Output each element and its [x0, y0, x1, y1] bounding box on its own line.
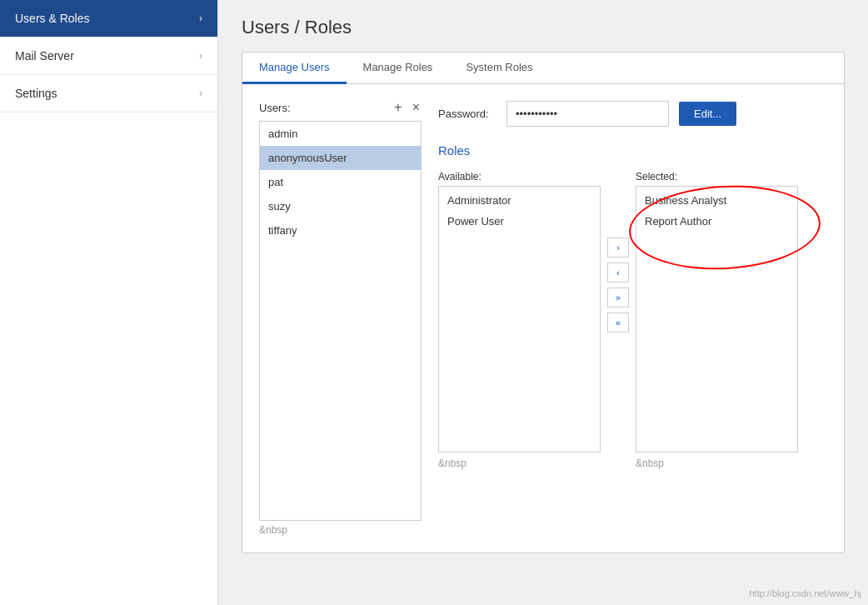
chevron-right-icon: › — [199, 50, 202, 62]
users-label: Users: — [259, 102, 386, 114]
sidebar-item-label-settings: Settings — [15, 87, 57, 100]
selected-roles-wrapper: Selected: Business Analyst Report Author… — [636, 171, 798, 469]
right-panel: Password: Edit... Roles Available: Admin… — [438, 101, 827, 536]
list-item[interactable]: Power User — [439, 211, 600, 232]
chevron-right-icon: › — [199, 88, 202, 99]
move-all-right-button[interactable]: » — [607, 288, 629, 308]
password-row: Password: Edit... — [438, 101, 827, 127]
password-input[interactable] — [506, 101, 669, 127]
move-left-button[interactable]: ‹ — [607, 262, 629, 282]
available-nbsp: &nbsp — [438, 458, 601, 469]
list-item[interactable]: suzy — [260, 194, 421, 218]
remove-user-button[interactable]: × — [411, 101, 422, 114]
page-title: Users / Roles — [242, 17, 845, 38]
list-item[interactable]: Business Analyst — [636, 190, 797, 211]
roles-container: Available: Administrator Power User &nbs… — [438, 171, 827, 469]
sidebar: Users & Roles › Mail Server › Settings › — [0, 0, 218, 605]
tabs-bar: Manage Users Manage Roles System Roles — [242, 52, 844, 84]
watermark: http://blog.csdn.net/www_hj — [749, 588, 861, 598]
sidebar-item-settings[interactable]: Settings › — [0, 75, 217, 112]
add-user-button[interactable]: + — [392, 101, 403, 114]
move-right-button[interactable]: › — [607, 238, 629, 258]
sidebar-item-mail-server[interactable]: Mail Server › — [0, 38, 217, 75]
users-header: Users: + × — [259, 101, 422, 114]
sidebar-item-label-users-roles: Users & Roles — [15, 12, 89, 25]
tab-manage-users[interactable]: Manage Users — [242, 52, 347, 84]
user-list: admin anonymousUser pat suzy tiffany — [259, 121, 422, 521]
available-roles-list: Administrator Power User — [438, 186, 601, 452]
edit-button[interactable]: Edit... — [679, 102, 736, 126]
list-item[interactable]: tiffany — [260, 218, 421, 242]
sidebar-item-label-mail-server: Mail Server — [15, 49, 74, 62]
users-panel: Users: + × admin anonymousUser pat suzy … — [259, 101, 422, 536]
tab-manage-roles[interactable]: Manage Roles — [347, 52, 450, 84]
sidebar-item-users-roles[interactable]: Users & Roles › — [0, 0, 217, 38]
tab-system-roles[interactable]: System Roles — [449, 52, 549, 84]
list-item[interactable]: Administrator — [439, 190, 600, 211]
roles-section-title: Roles — [438, 143, 827, 158]
selected-roles-list: Business Analyst Report Author — [636, 186, 798, 452]
roles-transfer-buttons: › ‹ » « — [607, 212, 629, 332]
move-all-left-button[interactable]: « — [607, 312, 629, 332]
chevron-right-icon: › — [199, 12, 202, 24]
tab-panel: Manage Users Manage Roles System Roles U… — [242, 52, 845, 553]
list-item[interactable]: admin — [260, 122, 421, 146]
main-content: Users / Roles Manage Users Manage Roles … — [218, 0, 868, 605]
password-label: Password: — [438, 108, 496, 120]
available-label: Available: — [438, 171, 601, 182]
selected-nbsp: &nbsp — [636, 458, 798, 469]
selected-label: Selected: — [636, 171, 798, 182]
tab-content-manage-users: Users: + × admin anonymousUser pat suzy … — [242, 84, 844, 552]
users-nbsp: &nbsp — [259, 524, 422, 536]
list-item[interactable]: anonymousUser — [260, 146, 421, 170]
list-item[interactable]: Report Author — [636, 211, 797, 232]
available-roles-wrapper: Available: Administrator Power User &nbs… — [438, 171, 601, 469]
list-item[interactable]: pat — [260, 170, 421, 194]
